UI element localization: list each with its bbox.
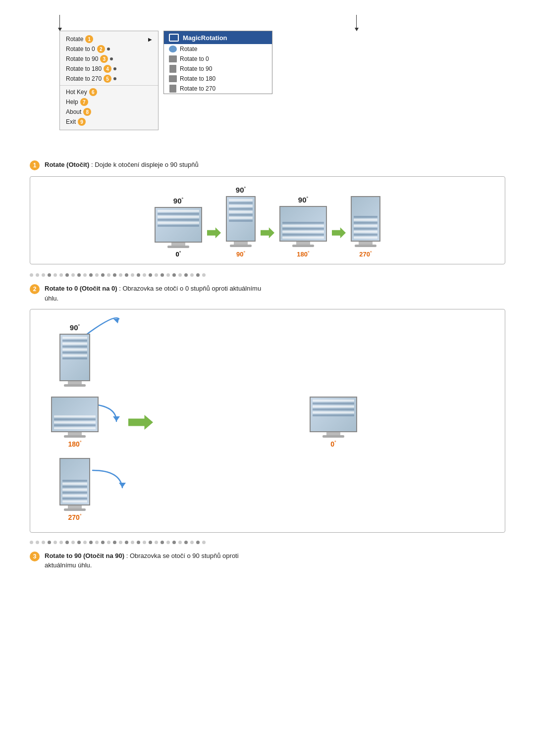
- angle-label-bottom-2: 90°: [236, 250, 245, 258]
- angle-label-bottom-3: 180°: [297, 250, 309, 258]
- menu-badge-7: 7: [80, 98, 88, 106]
- s2-label-180: 180°: [68, 440, 82, 448]
- submenu-rotate270-label: Rotate to 270: [180, 85, 215, 92]
- menu-arrow-rotate: ▶: [148, 37, 152, 42]
- submenu-rotate0-icon: [169, 55, 177, 62]
- monitor-icon: [169, 34, 179, 42]
- submenu-rotate-label: Rotate: [180, 46, 197, 52]
- section-1-description: Rotate (Otočit) : Dojde k otočení disple…: [45, 160, 199, 170]
- menu-label-help: Help: [66, 99, 78, 105]
- divider-1: [30, 273, 505, 277]
- submenu-item-rotate[interactable]: Rotate: [164, 44, 272, 54]
- menu-item-rotate270[interactable]: Rotate to 270 5: [60, 74, 158, 84]
- section-3: 3 Rotate to 90 (Otočit na 90) : Obrazovk…: [30, 551, 505, 570]
- big-arrow-right: [128, 415, 153, 430]
- section-1-badge: 1: [30, 160, 40, 170]
- section-3-description: Rotate to 90 (Otočit na 90) : Obrazovka …: [45, 551, 239, 570]
- submenu-rotate180-label: Rotate to 180: [180, 75, 215, 82]
- section-1: 1 Rotate (Otočit) : Dojde k otočení disp…: [30, 160, 505, 264]
- menu-badge-3: 3: [100, 55, 108, 63]
- s2-label-270: 270°: [68, 513, 82, 521]
- right-arrow-indicator: [356, 15, 357, 29]
- menu-badge-4: 4: [104, 65, 111, 73]
- menu-label-hotkey: Hot Key: [66, 89, 87, 96]
- left-arrow-indicator: [59, 15, 60, 29]
- submenu-rotate90-icon: [169, 65, 176, 73]
- submenu-item-rotate90[interactable]: Rotate to 90: [164, 64, 272, 74]
- submenu-rotate90-label: Rotate to 90: [180, 65, 212, 72]
- section-2-badge: 2: [30, 284, 40, 294]
- menu-item-help[interactable]: Help 7: [60, 97, 158, 107]
- submenu: MagicRotation Rotate Rotate to 0 Rotate …: [163, 31, 272, 94]
- menu-item-rotate[interactable]: Rotate 1 ▶: [60, 34, 158, 44]
- angle-label-top-2: 90°: [236, 186, 246, 194]
- submenu-rotate-icon: [169, 46, 177, 52]
- menu-badge-5: 5: [104, 75, 111, 83]
- submenu-header: MagicRotation: [164, 31, 272, 44]
- menu-label-exit: Exit: [66, 118, 76, 125]
- submenu-item-rotate180[interactable]: Rotate to 180: [164, 74, 272, 84]
- menu-item-hotkey[interactable]: Hot Key 6: [60, 87, 158, 97]
- context-menu: Rotate 1 ▶ Rotate to 0 2 Rotate to 90 3 …: [59, 31, 159, 130]
- menu-item-rotate0[interactable]: Rotate to 0 2: [60, 44, 158, 54]
- submenu-item-rotate270[interactable]: Rotate to 270: [164, 84, 272, 94]
- s2-label-0: 0°: [330, 440, 336, 448]
- submenu-title: MagicRotation: [183, 34, 227, 42]
- submenu-rotate180-icon: [169, 75, 177, 82]
- menu-label-rotate0: Rotate to 0: [66, 46, 95, 52]
- menu-dot-5: [113, 77, 116, 80]
- menu-label-rotate180: Rotate to 180: [66, 65, 102, 72]
- menu-label-rotate: Rotate: [66, 36, 83, 43]
- monitor-0deg: 90° 0°: [155, 197, 202, 258]
- arrow-2-3: [261, 227, 274, 238]
- menu-label-about: About: [66, 108, 81, 115]
- submenu-rotate0-label: Rotate to 0: [180, 55, 209, 62]
- angle-label-bottom-1: 0°: [176, 250, 181, 258]
- monitor-90deg: 90° 90°: [226, 186, 256, 258]
- arrow-3-4: [332, 227, 346, 238]
- menu-item-rotate90[interactable]: Rotate to 90 3: [60, 54, 158, 64]
- submenu-item-rotate0[interactable]: Rotate to 0: [164, 54, 272, 64]
- menu-badge-1: 1: [85, 35, 93, 43]
- angle-label-bottom-4: 270°: [359, 250, 372, 258]
- menu-badge-2: 2: [97, 45, 105, 53]
- menu-dot-3: [110, 57, 113, 60]
- angle-label-top-3: 90°: [298, 196, 308, 204]
- menu-label-rotate270: Rotate to 270: [66, 75, 102, 82]
- menu-dot-4: [113, 67, 116, 70]
- arrow-1-2: [207, 227, 221, 238]
- menu-badge-6: 6: [89, 88, 97, 96]
- menu-item-rotate180[interactable]: Rotate to 180 4: [60, 64, 158, 74]
- section-2-diagram: 90°: [30, 309, 505, 532]
- menu-dot-2: [107, 48, 110, 50]
- submenu-rotate270-icon: [169, 85, 176, 93]
- divider-2: [30, 541, 505, 544]
- menu-label-rotate90: Rotate to 90: [66, 55, 98, 62]
- menu-item-exit[interactable]: Exit 9: [60, 117, 158, 127]
- monitor-180deg: 90° 180°: [279, 196, 327, 258]
- svg-marker-0: [113, 316, 121, 324]
- menu-badge-8: 8: [83, 108, 91, 116]
- angle-label-top-1: 90°: [173, 197, 183, 205]
- section-3-badge: 3: [30, 552, 40, 561]
- section-2-description: Rotate to 0 (Otočit na 0) : Obrazovka se…: [45, 284, 261, 303]
- svg-marker-1: [113, 416, 120, 421]
- section-1-diagram: 90° 0° 90°: [30, 176, 505, 264]
- menu-badge-9: 9: [78, 118, 86, 126]
- angle-label-top-4: 90°: [361, 186, 371, 194]
- svg-marker-2: [119, 483, 126, 488]
- section-2: 2 Rotate to 0 (Otočit na 0) : Obrazovka …: [30, 284, 505, 532]
- menu-item-about[interactable]: About 8: [60, 107, 158, 117]
- monitor-270deg: 90° 270°: [351, 186, 380, 258]
